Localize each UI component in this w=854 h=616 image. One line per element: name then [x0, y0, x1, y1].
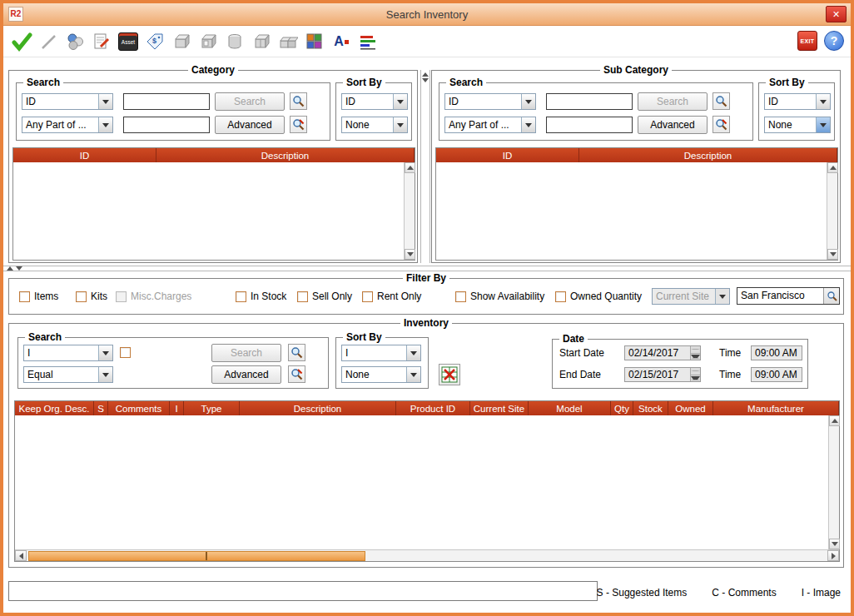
date-spinner[interactable]: [690, 346, 700, 360]
inventory-match-combo[interactable]: Equal: [23, 366, 113, 383]
hscroll-thumb[interactable]: [28, 551, 365, 561]
inventory-sort-primary-combo[interactable]: I: [341, 345, 421, 361]
checkbox-kits[interactable]: Kits: [76, 291, 107, 302]
category-sort-primary-combo[interactable]: ID: [341, 93, 408, 110]
category-search-input[interactable]: [123, 93, 210, 110]
scroll-right-icon[interactable]: [827, 550, 839, 561]
checkbox-items[interactable]: Items: [19, 291, 58, 302]
column-header[interactable]: Description: [579, 148, 837, 162]
column-header[interactable]: Owned: [668, 401, 713, 415]
asset-icon[interactable]: Asset: [117, 30, 140, 53]
scroll-up-icon[interactable]: [827, 162, 838, 173]
subcategory-search-button[interactable]: Search: [638, 92, 708, 111]
column-header[interactable]: Current Site: [470, 401, 529, 415]
subcategory-match-input[interactable]: [546, 117, 633, 133]
subcategory-sort-secondary-combo[interactable]: None: [764, 117, 831, 133]
column-header[interactable]: Comments: [108, 401, 170, 415]
help-button[interactable]: ?: [824, 31, 844, 51]
scroll-down-icon[interactable]: [827, 249, 838, 260]
grid-x-icon[interactable]: [439, 364, 460, 385]
status-input[interactable]: [8, 581, 598, 601]
inventory-search-button[interactable]: Search: [211, 344, 281, 362]
checkbox-rent-only[interactable]: Rent Only: [362, 291, 421, 302]
subcategory-table-vscrollbar[interactable]: [827, 162, 837, 260]
close-button[interactable]: ✕: [826, 6, 847, 22]
splitter-collapse-icons[interactable]: [422, 72, 429, 82]
inventory-search-option-checkbox[interactable]: [120, 347, 131, 358]
date-spinner[interactable]: [690, 368, 700, 381]
package-icon-2[interactable]: [196, 30, 220, 53]
column-header[interactable]: I: [170, 401, 184, 415]
start-time-field[interactable]: 09:00 AM: [751, 345, 802, 360]
inventory-field-combo[interactable]: I: [23, 345, 113, 361]
checkbox-misc-charges[interactable]: Misc.Charges: [116, 291, 191, 302]
scroll-left-icon[interactable]: [15, 550, 27, 561]
checkbox-owned-quantity[interactable]: Owned Quantity: [555, 291, 642, 302]
splitter-collapse-icons[interactable]: [7, 266, 22, 271]
category-search-button[interactable]: Search: [215, 92, 285, 111]
chevron-down-icon: [521, 94, 535, 109]
inventory-table-hscrollbar[interactable]: [15, 549, 839, 561]
scroll-up-icon[interactable]: [829, 415, 840, 426]
exit-button[interactable]: EXIT: [797, 31, 817, 51]
scroll-up-icon[interactable]: [405, 162, 415, 173]
column-header[interactable]: Product ID: [396, 401, 470, 415]
subcategory-advanced-find-icon[interactable]: [712, 116, 730, 133]
edit-line-icon[interactable]: [37, 30, 60, 53]
category-advanced-find-icon[interactable]: [290, 116, 307, 133]
inventory-advanced-find-icon[interactable]: [288, 365, 305, 383]
column-header[interactable]: Stock: [633, 401, 668, 415]
checkbox-sell-only[interactable]: Sell Only: [297, 291, 352, 302]
category-table-vscrollbar[interactable]: [404, 162, 415, 260]
column-header[interactable]: Description: [240, 401, 396, 415]
font-icon[interactable]: A: [330, 30, 353, 53]
start-date-field[interactable]: 02/14/2017: [624, 345, 701, 360]
column-header[interactable]: Description: [156, 148, 415, 162]
category-find-icon[interactable]: [290, 92, 307, 110]
column-header[interactable]: ID: [436, 148, 579, 162]
end-time-field[interactable]: 09:00 AM: [751, 367, 802, 382]
category-sort-secondary-combo[interactable]: None: [341, 117, 408, 133]
column-header[interactable]: ID: [13, 148, 156, 162]
current-site-combo[interactable]: Current Site: [652, 288, 730, 305]
subcategory-sort-primary-combo[interactable]: ID: [764, 93, 831, 110]
subcategory-match-combo[interactable]: Any Part of ...: [444, 117, 536, 133]
site-lookup-field[interactable]: San Francisco: [737, 287, 840, 305]
subcategory-field-combo[interactable]: ID: [444, 93, 536, 110]
package-icon-5[interactable]: [276, 30, 300, 53]
category-advanced-button[interactable]: Advanced: [215, 116, 285, 134]
package-icon-4[interactable]: [250, 30, 273, 53]
column-header[interactable]: Manufacturer: [713, 401, 839, 415]
confirm-check-icon[interactable]: [10, 30, 33, 53]
scroll-down-icon[interactable]: [405, 249, 415, 260]
inventory-table-vscrollbar[interactable]: [828, 415, 839, 549]
subcategory-find-icon[interactable]: [712, 92, 730, 110]
panel-splitter[interactable]: [3, 266, 851, 271]
scroll-down-icon[interactable]: [829, 539, 840, 549]
spheres-icon[interactable]: [63, 30, 87, 53]
sort-colors-icon[interactable]: [356, 30, 380, 53]
inventory-find-icon[interactable]: [288, 344, 305, 361]
column-header[interactable]: Model: [529, 401, 611, 415]
column-header[interactable]: S: [94, 401, 108, 415]
subcategory-advanced-button[interactable]: Advanced: [638, 116, 708, 134]
package-icon-3[interactable]: [223, 30, 246, 53]
category-match-input[interactable]: [123, 117, 210, 133]
column-header[interactable]: Type: [184, 401, 240, 415]
category-field-combo[interactable]: ID: [22, 93, 113, 110]
checkbox-show-availability[interactable]: Show Availability: [455, 291, 544, 302]
package-icon-1[interactable]: [170, 30, 193, 53]
end-date-field[interactable]: 02/15/2017: [624, 367, 701, 382]
price-tag-icon[interactable]: $: [143, 30, 166, 53]
edit-note-icon[interactable]: [90, 30, 113, 53]
search-icon[interactable]: [823, 288, 839, 304]
column-header[interactable]: Keep Org. Desc.: [15, 401, 94, 415]
subcategory-search-input[interactable]: [546, 93, 633, 110]
inventory-sort-secondary-combo[interactable]: None: [341, 366, 421, 383]
column-header[interactable]: Qty: [611, 401, 633, 415]
inventory-advanced-button[interactable]: Advanced: [211, 365, 281, 384]
color-grid-icon[interactable]: [303, 30, 326, 53]
category-splitter[interactable]: [420, 70, 430, 263]
checkbox-in-stock[interactable]: In Stock: [236, 291, 286, 302]
category-match-combo[interactable]: Any Part of ...: [22, 117, 113, 133]
